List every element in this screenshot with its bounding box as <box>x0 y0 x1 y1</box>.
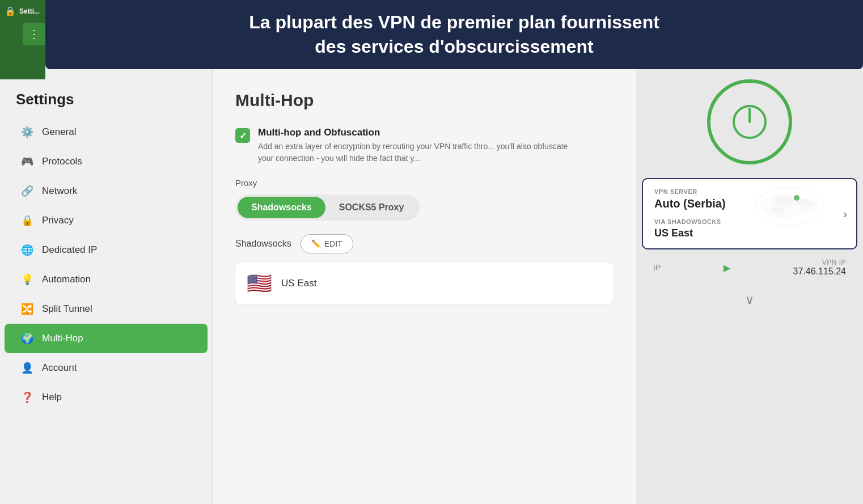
sidebar-item-account[interactable]: 👤 Account <box>5 353 208 383</box>
top-banner: La plupart des VPN de premier plan fourn… <box>45 0 863 69</box>
top-bar: 🔒 Setti... ⋮ <box>0 0 45 79</box>
sidebar-item-label-account: Account <box>42 362 77 374</box>
shadowsocks-button[interactable]: Shadowsocks <box>238 197 325 218</box>
edit-pencil-icon: ✏️ <box>311 239 321 248</box>
multihop-label: Multi-hop and Obfuscation <box>258 127 576 138</box>
multihop-desc: Add an extra layer of encryption by rero… <box>258 141 576 164</box>
ip-label: IP <box>653 263 661 272</box>
multihop-checkbox[interactable] <box>235 128 250 143</box>
vpn-ip-label: VPN IP <box>793 259 846 266</box>
sidebar-item-label-general: General <box>42 126 76 138</box>
automation-icon: 💡 <box>20 273 34 286</box>
sidebar-item-protocols[interactable]: 🎮 Protocols <box>5 147 208 176</box>
account-icon: 👤 <box>20 361 34 375</box>
vpn-server-card[interactable]: VPN SERVER Auto (Serbia) VIA SHADOWSOCKS… <box>642 178 857 249</box>
ip-row: IP ▶ VPN IP 37.46.115.24 <box>642 249 857 286</box>
sidebar-item-dedicated-ip[interactable]: 🌐 Dedicated IP <box>5 235 208 265</box>
sidebar-item-label-network: Network <box>42 185 77 197</box>
app-icon-area: 🔒 Setti... <box>5 6 40 16</box>
multi-hop-icon: 🌍 <box>20 332 34 345</box>
privacy-icon: 🔒 <box>20 214 34 227</box>
sidebar-item-multi-hop[interactable]: 🌍 Multi-Hop <box>5 324 208 353</box>
banner-text-line2: des services d'obscurcissement <box>315 36 593 57</box>
banner-text-line1: La plupart des VPN de premier plan fourn… <box>249 12 659 32</box>
right-panel: VPN SERVER Auto (Serbia) VIA SHADOWSOCKS… <box>636 0 863 504</box>
page-title: Multi-Hop <box>235 91 614 110</box>
vpn-ip-section: VPN IP 37.46.115.24 <box>793 259 846 277</box>
sidebar-title: Settings <box>0 79 212 117</box>
card-chevron-icon: › <box>843 207 847 221</box>
socks5-button[interactable]: SOCKS5 Proxy <box>325 197 418 218</box>
shadowsocks-row-label: Shadowsocks <box>235 239 291 249</box>
world-map-bg <box>750 184 829 229</box>
split-tunnel-icon: 🔀 <box>20 302 34 316</box>
edit-label: EDIT <box>324 239 342 248</box>
dedicated-ip-icon: 🌐 <box>20 243 34 257</box>
three-dots-button[interactable]: ⋮ <box>23 23 45 45</box>
power-icon <box>730 102 769 142</box>
power-button[interactable] <box>707 79 792 164</box>
protocols-icon: 🎮 <box>20 155 34 168</box>
sidebar-item-help[interactable]: ❓ Help <box>5 383 208 412</box>
sidebar-item-label-protocols: Protocols <box>42 156 82 167</box>
vpn-ip-value: 37.46.115.24 <box>793 266 846 277</box>
sidebar-item-label-privacy: Privacy <box>42 215 74 226</box>
chevron-down-icon: ∨ <box>745 293 754 307</box>
server-name: US East <box>281 278 316 289</box>
sidebar-item-label-dedicated-ip: Dedicated IP <box>42 244 97 256</box>
sidebar-item-label-split-tunnel: Split Tunnel <box>42 303 92 315</box>
multihop-text: Multi-hop and Obfuscation Add an extra l… <box>258 127 576 164</box>
multihop-obfuscation-row: Multi-hop and Obfuscation Add an extra l… <box>235 127 614 164</box>
sidebar-item-general[interactable]: ⚙️ General <box>5 117 208 147</box>
us-flag-icon: 🇺🇸 <box>247 272 272 295</box>
via-value: US East <box>654 227 845 239</box>
app-lock-icon: 🔒 <box>5 6 16 16</box>
edit-button[interactable]: ✏️ EDIT <box>301 234 353 253</box>
server-list-item[interactable]: 🇺🇸 US East <box>235 262 614 304</box>
app-container: Settings ⚙️ General 🎮 Protocols 🔗 Networ… <box>0 0 863 504</box>
ip-arrow-icon: ▶ <box>724 262 730 273</box>
map-location-dot <box>794 195 799 201</box>
sidebar-item-label-help: Help <box>42 392 62 403</box>
power-button-container <box>636 79 863 164</box>
proxy-buttons-group: Shadowsocks SOCKS5 Proxy <box>235 194 420 221</box>
main-content: Multi-Hop Multi-hop and Obfuscation Add … <box>213 0 636 504</box>
sidebar-item-privacy[interactable]: 🔒 Privacy <box>5 206 208 235</box>
sidebar-item-automation[interactable]: 💡 Automation <box>5 265 208 294</box>
general-icon: ⚙️ <box>20 125 34 139</box>
network-icon: 🔗 <box>20 184 34 198</box>
proxy-label: Proxy <box>235 178 614 188</box>
sidebar-item-label-automation: Automation <box>42 274 91 285</box>
shadowsocks-edit-row: Shadowsocks ✏️ EDIT <box>235 234 614 253</box>
help-icon: ❓ <box>20 391 34 404</box>
sidebar-item-network[interactable]: 🔗 Network <box>5 176 208 206</box>
chevron-down-row[interactable]: ∨ <box>636 286 863 314</box>
app-name-text: Setti... <box>19 7 40 15</box>
sidebar-item-split-tunnel[interactable]: 🔀 Split Tunnel <box>5 294 208 324</box>
sidebar-item-label-multi-hop: Multi-Hop <box>42 333 83 344</box>
